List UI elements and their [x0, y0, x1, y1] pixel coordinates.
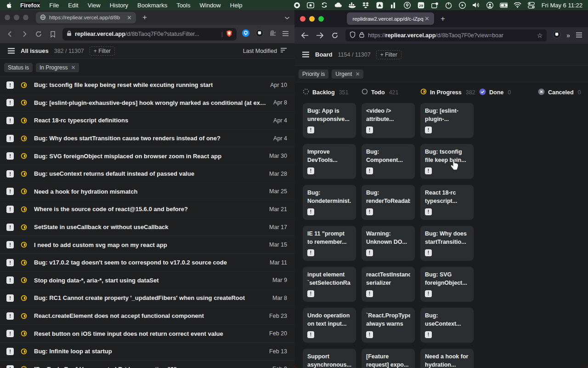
issue-row[interactable]: ! I need to add custom svg map on my rea… [0, 236, 294, 254]
priority-urgent-icon[interactable]: ! [6, 365, 14, 368]
battery-icon[interactable] [500, 1, 508, 9]
camera-icon[interactable] [307, 1, 315, 9]
issue-card[interactable]: input element `setSelectionRa ! [303, 267, 356, 302]
play-circle-icon[interactable] [458, 1, 466, 9]
bookmark-icon[interactable] [48, 29, 57, 39]
status-in-progress-icon[interactable] [21, 295, 27, 301]
priority-urgent-icon[interactable]: ! [6, 152, 14, 160]
issue-row[interactable]: ! Bug: SVG foreignObject misplaced on br… [0, 147, 294, 165]
screenshot-icon[interactable] [431, 1, 439, 9]
new-tab-button[interactable]: + [142, 13, 147, 22]
filter-chip[interactable]: Urgent ✕ [332, 69, 363, 79]
menu-help[interactable]: Help [230, 2, 243, 9]
priority-urgent-icon[interactable]: ! [6, 224, 14, 231]
issue-card[interactable]: IE 11 "prompt to remember... ! [303, 226, 356, 261]
1password-icon[interactable] [403, 1, 411, 9]
menubar-clock[interactable]: Fri May 6 11:22 [542, 2, 582, 9]
overflow-chevrons-icon[interactable]: » [566, 32, 570, 39]
status-in-progress-icon[interactable] [21, 117, 27, 124]
priority-urgent-icon[interactable]: ! [6, 294, 14, 302]
issue-row[interactable]: ! Bug: v17.0.2 tag doesn't seem to corre… [0, 254, 294, 272]
extensions-icon[interactable] [269, 29, 277, 39]
issue-card[interactable]: Warning: Unknown DO... ! [362, 226, 415, 261]
issue-card[interactable]: React 18-rc typescript... ! [420, 185, 474, 220]
priority-urgent-icon[interactable]: ! [6, 81, 14, 89]
close-window-button[interactable] [5, 15, 10, 20]
zoom-window-button[interactable] [318, 16, 324, 22]
issue-card[interactable]: Bug: App is unresponsive... ! [303, 103, 356, 138]
status-in-progress-icon[interactable] [21, 330, 27, 337]
status-in-progress-icon[interactable] [21, 313, 27, 319]
remove-filter-icon[interactable]: ✕ [355, 71, 360, 77]
issue-card[interactable]: Undo operation on text input... ! [303, 308, 356, 343]
menu-tools[interactable]: Tools [176, 2, 190, 9]
minimize-window-button[interactable] [14, 15, 19, 20]
status-in-progress-icon[interactable] [21, 82, 27, 88]
menu-window[interactable]: Window [200, 2, 221, 9]
sidebar-toggle-icon[interactable] [302, 52, 310, 58]
bookmark-star-icon[interactable]: ☆ [537, 32, 543, 39]
issue-row[interactable]: ! Bug: RC1 Cannot create property '_upda… [0, 289, 294, 307]
issue-card[interactable]: `React.PropTypes always warns ab ! [362, 308, 415, 343]
issue-row[interactable]: ! SetState in useCallback or without use… [0, 218, 294, 236]
status-in-progress-icon[interactable] [21, 188, 27, 195]
priority-urgent-icon[interactable]: ! [6, 117, 14, 124]
stats-bars-icon[interactable] [390, 1, 397, 9]
issue-card[interactable]: Support asynchronous... ! [303, 349, 356, 368]
forward-icon[interactable] [315, 31, 324, 40]
github-avatar-icon[interactable] [553, 30, 561, 40]
docker-icon[interactable] [348, 1, 356, 9]
issue-row[interactable]: ! Bug: Why does startTransition cause tw… [0, 130, 294, 148]
reload-icon[interactable] [34, 29, 43, 39]
status-in-progress-icon[interactable] [21, 348, 27, 355]
issue-card[interactable]: Need a hook for hydration... ! [420, 349, 474, 368]
status-in-progress-icon[interactable] [21, 171, 27, 177]
dropbox-icon[interactable] [362, 1, 370, 9]
menu-icon[interactable] [576, 31, 582, 40]
left-url-bar[interactable]: repliear.vercel.app/d/8bTaoq7F0e?statusF… [62, 28, 237, 40]
priority-urgent-icon[interactable]: ! [6, 348, 14, 355]
issue-row[interactable]: ! Need a hook for hydration mismatch Mar… [0, 183, 294, 201]
menu-bookmarks[interactable]: Bookmarks [137, 2, 167, 9]
status-in-progress-icon[interactable] [21, 206, 27, 213]
filter-chip[interactable]: Status is ✕ [4, 63, 33, 72]
issue-card[interactable]: Bug: renderToReadab ! [362, 185, 415, 220]
priority-urgent-icon[interactable]: ! [6, 241, 14, 248]
wifi-icon[interactable] [514, 1, 521, 9]
right-active-tab[interactable]: replidraw2.vercel.app/d/c-iZpq ✕ [347, 12, 434, 25]
cloud-icon[interactable] [334, 1, 342, 9]
issue-card[interactable]: Bug: Why does startTransitio... ! [420, 226, 474, 261]
tab-list-chevron-icon[interactable] [284, 13, 290, 22]
volume-icon[interactable] [472, 1, 480, 9]
vercel-icon[interactable] [376, 1, 384, 9]
priority-urgent-icon[interactable]: ! [6, 188, 14, 195]
issue-card[interactable]: Bug: Nondeterminist. ! [303, 185, 356, 220]
issue-card[interactable]: <video /> attribute... ! [362, 103, 415, 138]
tracking-shield-icon[interactable] [350, 31, 356, 40]
issue-row[interactable]: ! Reset button on iOS time input does no… [0, 325, 294, 343]
issue-card[interactable]: Bug: SVG foreignObject... ! [420, 267, 474, 302]
issue-row[interactable]: ! [DevTools Bug] Unsupported Bridge oper… [0, 361, 294, 368]
status-in-progress-icon[interactable] [21, 224, 27, 230]
status-in-progress-icon[interactable] [21, 277, 27, 283]
right-url-bar[interactable]: https://repliear.vercel.app/d/8bTaoq7F0e… [345, 29, 547, 41]
menu-edit[interactable]: Edit [68, 2, 78, 9]
add-filter-button[interactable]: + Filter [90, 46, 115, 56]
issue-row[interactable]: ! Stop doing data-*, aria-*, start using… [0, 272, 294, 290]
close-tab-icon[interactable]: ✕ [127, 15, 132, 21]
reload-icon[interactable] [330, 31, 339, 40]
brave-shield-icon[interactable] [226, 30, 232, 39]
minimize-window-button[interactable] [309, 16, 315, 22]
back-icon[interactable] [300, 31, 309, 40]
issue-row[interactable]: ! Bug: Infinite loop at startup Feb 13 [0, 343, 294, 361]
status-in-progress-icon[interactable] [21, 259, 27, 266]
menu-history[interactable]: History [110, 2, 128, 9]
github-avatar-icon[interactable] [255, 29, 264, 39]
issue-card[interactable]: Bug: [eslint-plugin-... ! [420, 103, 474, 138]
menu-icon[interactable] [282, 30, 289, 38]
priority-urgent-icon[interactable]: ! [6, 99, 14, 106]
issue-row[interactable]: ! Bug: useContext returns default instea… [0, 165, 294, 183]
issue-card[interactable]: [Feature request] expo... ! [362, 349, 415, 368]
new-tab-button[interactable]: + [441, 14, 445, 23]
apple-menu-icon[interactable] [6, 2, 13, 9]
